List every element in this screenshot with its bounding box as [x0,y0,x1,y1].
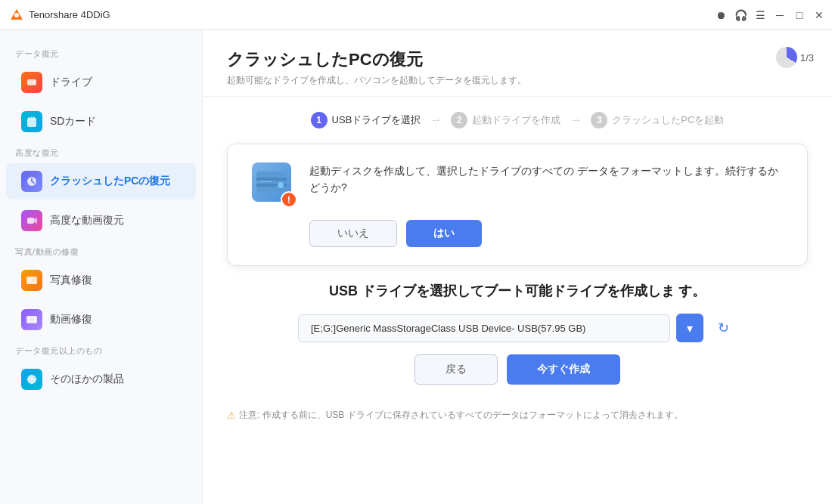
svg-rect-6 [31,116,33,119]
warning-note: ⚠ 注意: 作成する前に、USB ドライブに保存されているすべてのデータはフォー… [227,409,808,422]
step-badge-label: 1/3 [800,52,814,63]
sidebar-item-crash-label: クラッシュしたPCの復元 [50,175,170,188]
page-subtitle: 起動可能なドライブを作成し、パソコンを起動してデータを復元します。 [227,74,808,87]
format-dialog: ! 起動ディスクを作成して、選択したドライブのすべての データをフォーマットしま… [227,144,808,266]
step-badge: 1/3 [776,47,814,68]
warning-circle-icon: ⚠ [227,410,236,421]
warning-text: 注意: 作成する前に、USB ドライブに保存されているすべてのデータはフォーマッ… [239,409,683,422]
sidebar-item-sd-label: SDカード [50,115,96,128]
step-arrow-2: → [570,113,582,127]
usb-refresh-button[interactable]: ↻ [709,314,737,342]
sidebar-section-advanced: 高度な復元 [0,141,202,162]
step-3-label: クラッシュしたPCを起動 [612,113,724,127]
svg-rect-7 [33,116,35,119]
minimize-btn[interactable]: ─ [773,8,787,22]
svg-point-18 [30,378,33,381]
app-name: Tenorshare 4DDiG [29,9,110,20]
svg-rect-20 [256,178,287,181]
sidebar-item-video[interactable]: 高度な動画復元 [6,203,196,239]
svg-rect-9 [27,218,34,224]
step-2: 2 起動ドライブを作成 [451,112,560,128]
sidebar-item-movie[interactable]: 動画修復 [6,301,196,338]
dialog-no-button[interactable]: いいえ [309,220,397,247]
other-icon [21,369,42,390]
step-arrow-1: → [430,113,442,127]
dialog-yes-button[interactable]: はい [406,220,482,247]
step-3: 3 クラッシュしたPCを起動 [591,112,724,128]
create-button[interactable]: 今すぐ作成 [507,354,620,385]
video-icon [21,210,42,231]
crash-icon [21,171,42,192]
action-buttons: 戻る 今すぐ作成 [298,354,737,385]
usb-title: USB ドライブを選択してブート可能ドライブを作成しま す。 [329,281,706,301]
svg-point-1 [14,13,19,17]
dialog-message: 起動ディスクを作成して、選択したドライブのすべての データをフォーマットします。… [309,162,783,196]
svg-rect-5 [29,116,30,119]
app-logo: Tenorshare 4DDiG [9,8,110,23]
main-header: クラッシュしたPCの復元 起動可能なドライブを作成し、パソコンを起動してデータを… [203,30,832,97]
sidebar-section-more: データ復元以上のもの [0,339,202,360]
warning-badge: ! [281,191,297,208]
usb-device-label: [E;G:]Generic MassStorageClass USB Devic… [298,314,670,342]
app-body: データ復元 ドライブ SDカード 高度な復元 [0,30,832,504]
hdd-icon-container: ! [252,162,297,208]
photo-icon [21,270,42,291]
sidebar-item-photo[interactable]: 写真修復 [6,262,196,298]
steps-bar: 1 USBドライブを選択 → 2 起動ドライブを作成 → 3 クラッシュしたPC… [203,97,832,144]
sidebar: データ復元 ドライブ SDカード 高度な復元 [0,30,203,504]
step-2-num: 2 [451,112,467,128]
step-2-label: 起動ドライブを作成 [472,113,560,127]
sidebar-item-other[interactable]: そのほかの製品 [6,361,196,397]
usb-select-row: [E;G:]Generic MassStorageClass USB Devic… [298,314,737,342]
svg-point-3 [33,82,36,84]
sidebar-item-other-label: そのほかの製品 [50,373,124,386]
svg-rect-16 [34,316,36,323]
usb-dropdown-button[interactable]: ▾ [676,314,703,342]
window-controls: ⏺ 🎧 ☰ ─ □ ✕ [714,8,826,22]
sidebar-item-crash[interactable]: クラッシュしたPCの復元 [6,163,196,199]
sidebar-item-video-label: 高度な動画復元 [50,214,124,227]
movie-icon [21,309,42,330]
sidebar-item-movie-label: 動画修復 [50,313,92,326]
sidebar-item-drive[interactable]: ドライブ [6,64,196,100]
sidebar-section-data-recovery: データ復元 [0,42,202,63]
step-1-label: USBドライブを選択 [332,113,421,127]
menu-btn[interactable]: ☰ [753,8,767,22]
step-1: 1 USBドライブを選択 [311,112,421,128]
usb-section: USB ドライブを選択してブート可能ドライブを作成しま す。 [E;G:]Gen… [203,266,832,400]
dialog-buttons: いいえ はい [252,220,783,247]
back-button[interactable]: 戻る [414,354,498,385]
sidebar-item-photo-label: 写真修復 [50,274,92,287]
svg-rect-23 [259,181,272,182]
maximize-btn[interactable]: □ [793,8,806,22]
dialog-content-row: ! 起動ディスクを作成して、選択したドライブのすべての データをフォーマットしま… [252,162,783,208]
step-1-num: 1 [311,112,328,128]
svg-point-22 [278,182,284,188]
page-title: クラッシュしたPCの復元 [227,48,808,71]
sidebar-section-repair: 写真/動画の修復 [0,240,202,261]
svg-rect-15 [28,316,29,323]
title-bar: Tenorshare 4DDiG ⏺ 🎧 ☰ ─ □ ✕ [0,0,832,30]
sidebar-item-drive-label: ドライブ [50,76,92,89]
close-btn[interactable]: ✕ [812,8,826,22]
headphone-btn[interactable]: 🎧 [734,8,747,22]
sidebar-item-sd[interactable]: SDカード [6,104,196,140]
drive-icon [21,72,42,93]
app-icon [9,8,24,23]
sd-icon [21,111,42,132]
main-content: クラッシュしたPCの復元 起動可能なドライブを作成し、パソコンを起動してデータを… [203,30,832,504]
step-3-num: 3 [591,112,607,128]
record-btn[interactable]: ⏺ [714,8,728,22]
step-circle-icon [776,47,797,68]
